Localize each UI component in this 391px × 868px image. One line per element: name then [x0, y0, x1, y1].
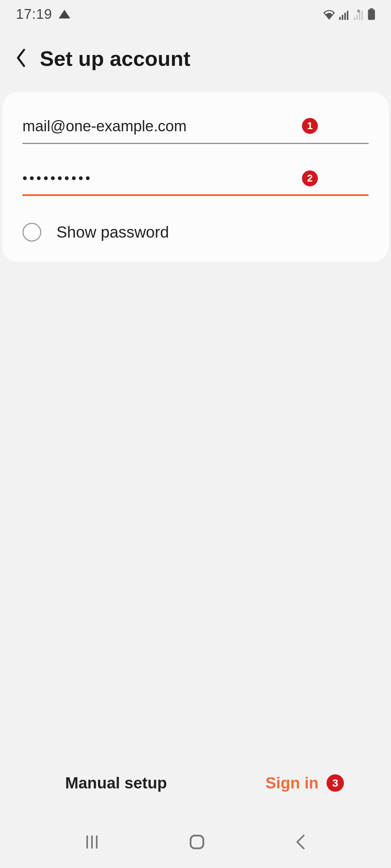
- field-underline: [22, 143, 369, 144]
- svg-rect-7: [359, 13, 360, 20]
- password-field-wrap: •••••••••• 2: [22, 167, 369, 196]
- svg-rect-8: [361, 11, 363, 20]
- signin-wrap: Sign in 3: [265, 774, 344, 792]
- svg-rect-5: [354, 17, 355, 20]
- email-field-wrap: 1: [22, 114, 369, 144]
- annotation-badge-3: 3: [327, 774, 344, 792]
- bottom-actions: Manual setup Sign in 3: [0, 774, 391, 792]
- annotation-badge-2: 2: [302, 170, 318, 186]
- setup-card: 1 •••••••••• 2 Show password: [2, 92, 389, 262]
- header: Set up account: [0, 28, 391, 92]
- signin-button[interactable]: Sign in: [265, 774, 319, 792]
- svg-rect-10: [368, 9, 375, 20]
- field-underline-active: [22, 194, 369, 196]
- nav-back-icon[interactable]: [294, 833, 307, 852]
- svg-rect-9: [370, 8, 373, 9]
- recents-icon[interactable]: [84, 834, 100, 851]
- annotation-badge-1: 1: [302, 118, 318, 134]
- caret-up-icon: [59, 10, 70, 18]
- svg-rect-14: [190, 835, 203, 848]
- show-password-label: Show password: [56, 223, 169, 241]
- back-icon[interactable]: [14, 48, 28, 69]
- home-icon[interactable]: [188, 833, 206, 852]
- system-nav-bar: [0, 817, 391, 868]
- svg-rect-3: [347, 11, 348, 20]
- svg-rect-6: [356, 15, 358, 20]
- signal-icon: [339, 10, 350, 20]
- signal-roaming-icon: R: [353, 10, 364, 20]
- status-time: 17:19: [16, 7, 52, 22]
- battery-icon: [368, 8, 375, 20]
- wifi-icon: [323, 10, 335, 20]
- svg-rect-0: [339, 17, 341, 20]
- status-right: R: [323, 8, 375, 20]
- show-password-row[interactable]: Show password: [22, 219, 369, 242]
- svg-rect-1: [342, 15, 343, 20]
- svg-rect-2: [344, 13, 346, 20]
- status-bar: 17:19 R: [0, 0, 391, 28]
- page-title: Set up account: [40, 46, 190, 71]
- status-left: 17:19: [16, 7, 70, 22]
- radio-unchecked-icon[interactable]: [22, 223, 41, 242]
- manual-setup-button[interactable]: Manual setup: [65, 774, 167, 792]
